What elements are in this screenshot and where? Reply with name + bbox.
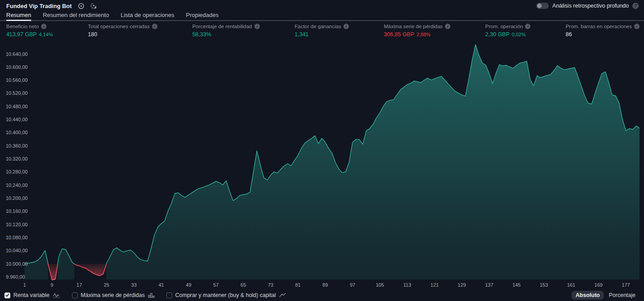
help-icon[interactable]: ? [632, 3, 639, 9]
x-axis-label: 177 [622, 282, 630, 288]
stat-value: 306,85 GBP [384, 31, 414, 38]
y-axis-label: 9.960,00 [6, 274, 25, 280]
stat-value: 86 [566, 31, 572, 38]
info-icon[interactable]: i [634, 24, 640, 29]
stat-value: 58,33% [192, 31, 211, 38]
deep-backtesting-toggle[interactable] [536, 3, 549, 9]
stat-value: 413,97 GBP [6, 31, 37, 38]
equity-curve-icon [53, 293, 60, 298]
percentage-mode-button[interactable]: Porcentaje [605, 291, 640, 300]
stat-net-profit: Beneficio netoi 413,97 GBP4,14% [6, 24, 53, 38]
chart-legend-bar: Renta variable Máxima serie de pérdidas … [0, 289, 644, 301]
tab-resumen-del-rendimiento[interactable]: Resumen del rendimiento [43, 12, 109, 20]
y-axis-label: 10.440,00 [6, 117, 28, 122]
x-axis-label: 9 [51, 282, 53, 288]
tab-lista-de-operaciones[interactable]: Lista de operaciones [121, 12, 174, 20]
buy-hold-line-icon [279, 293, 286, 298]
info-icon[interactable]: i [41, 24, 47, 29]
strategy-title: Funded Vip Trading Bot [6, 3, 72, 9]
y-axis-label: 10.360,00 [6, 143, 28, 148]
y-axis-label: 10.400,00 [6, 130, 28, 135]
absolute-mode-button[interactable]: Absoluto [572, 291, 604, 300]
info-icon[interactable]: i [445, 24, 450, 29]
x-axis-label: 65 [241, 282, 246, 288]
checkbox-unchecked[interactable] [166, 293, 172, 298]
x-axis-label: 145 [513, 282, 521, 288]
checkbox-unchecked[interactable] [72, 293, 78, 298]
x-axis-label: 73 [268, 282, 273, 288]
checkbox-checked[interactable] [4, 293, 10, 298]
report-tabs: Resumen Resumen del rendimiento Lista de… [0, 11, 644, 21]
y-axis-label: 10.200,00 [6, 195, 28, 201]
checkbox-max-drawdown[interactable]: Máxima serie de pérdidas [72, 292, 155, 298]
equity-area-positive [25, 45, 640, 280]
drawdown-bars-icon [148, 293, 155, 298]
stat-value: 2,30 GBP [485, 31, 509, 38]
x-axis-label: 89 [322, 282, 328, 288]
summary-stats: Beneficio netoi 413,97 GBP4,14% Total op… [6, 24, 640, 38]
x-axis-label: 25 [104, 282, 109, 288]
y-axis-label: 10.160,00 [6, 208, 28, 214]
y-axis-label: 10.080,00 [6, 235, 28, 240]
y-axis-label: 10.000,00 [6, 261, 28, 267]
equity-chart[interactable]: 10.640,0010.600,0010.560,0010.520,0010.4… [0, 0, 644, 301]
y-axis-label: 10.240,00 [6, 182, 28, 188]
x-axis-label: 105 [376, 282, 384, 288]
stat-total-closed-trades: Total operaciones cerradasi 180 [88, 24, 157, 38]
stat-value: 1,341 [295, 31, 309, 38]
stat-profit-factor: Factor de gananciasi 1,341 [295, 24, 349, 38]
x-axis-label: 57 [213, 282, 219, 288]
x-axis-label: 49 [186, 282, 191, 288]
stat-sub: 0,02% [512, 32, 525, 37]
x-axis-label: 1 [23, 282, 26, 288]
x-axis-label: 41 [158, 282, 164, 288]
toggle-knob [537, 4, 542, 8]
x-axis-label: 129 [458, 282, 466, 288]
stat-sub: 2,88% [416, 32, 430, 37]
y-axis-label: 10.640,00 [6, 51, 28, 57]
y-axis-label: 10.600,00 [6, 64, 28, 70]
y-axis-label: 10.560,00 [6, 77, 28, 83]
y-axis-label: 10.520,00 [6, 90, 28, 96]
deep-backtesting-label: Análisis retrospectivo profundo [552, 3, 629, 9]
y-axis-label: 10.120,00 [6, 222, 28, 227]
checkbox-renta-variable[interactable]: Renta variable [4, 292, 60, 298]
y-axis-label: 10.480,00 [6, 104, 28, 109]
x-axis-label: 17 [76, 282, 82, 288]
x-axis-label: 169 [594, 282, 602, 288]
x-axis-label: 121 [431, 282, 439, 288]
tab-propiedades[interactable]: Propiedades [186, 12, 219, 20]
refresh-alert-icon[interactable] [90, 2, 97, 9]
strategy-settings-icon[interactable] [78, 3, 85, 9]
stat-avg-bars-in-trades: Prom. barras en operacionesi 86 [566, 24, 640, 38]
stat-avg-trade: Prom. operacióni 2,30 GBP0,02% [485, 24, 530, 38]
y-axis-label: 10.320,00 [6, 156, 28, 161]
info-icon[interactable]: i [343, 24, 349, 29]
stat-value: 180 [88, 31, 97, 38]
info-icon[interactable]: i [152, 24, 157, 29]
y-axis-label: 10.040,00 [6, 248, 28, 253]
x-axis-label: 161 [567, 282, 575, 288]
stat-percent-profitable: Porcentaje de rentabilidadi 58,33% [192, 24, 260, 38]
checkbox-buy-hold[interactable]: Comprar y mantener (buy & hold) capital [166, 292, 286, 298]
stat-sub: 4,14% [39, 32, 53, 37]
x-axis-label: 97 [350, 282, 355, 288]
x-axis-label: 113 [403, 282, 411, 288]
stat-max-drawdown: Máxima serie de pérdidasi 306,85 GBP2,88… [384, 24, 450, 38]
strategy-tester-header: Funded Vip Trading Bot Análisis retrospe… [0, 0, 644, 11]
y-axis-label: 10.280,00 [6, 169, 28, 174]
tab-resumen[interactable]: Resumen [6, 12, 31, 20]
x-axis-label: 137 [485, 282, 493, 288]
x-axis-label: 153 [540, 282, 548, 288]
x-axis-label: 33 [131, 282, 136, 288]
info-icon[interactable]: i [525, 24, 530, 29]
x-axis-label: 81 [295, 282, 301, 288]
info-icon[interactable]: i [254, 24, 260, 29]
